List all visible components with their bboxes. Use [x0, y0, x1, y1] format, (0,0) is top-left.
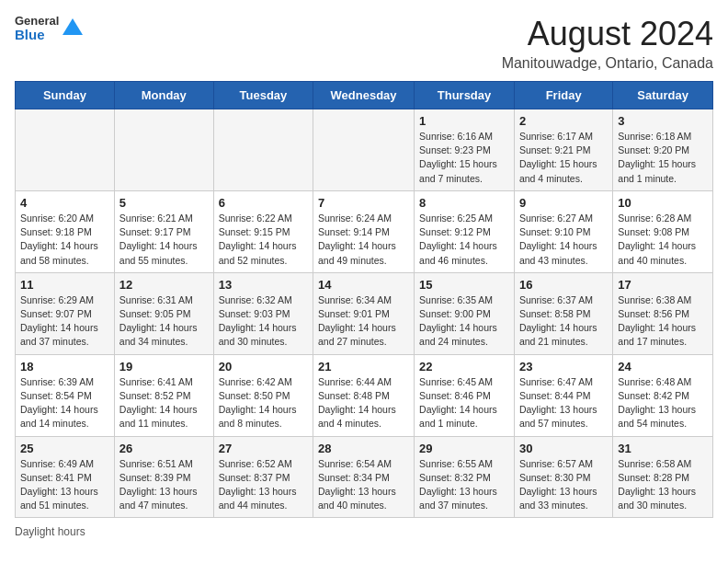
day-info: Sunrise: 6:48 AM Sunset: 8:42 PM Dayligh…	[618, 375, 708, 431]
calendar-cell: 31Sunrise: 6:58 AM Sunset: 8:28 PM Dayli…	[613, 436, 713, 518]
day-info: Sunrise: 6:42 AM Sunset: 8:50 PM Dayligh…	[219, 375, 308, 431]
day-number: 21	[318, 360, 409, 373]
day-info: Sunrise: 6:39 AM Sunset: 8:54 PM Dayligh…	[20, 375, 109, 431]
logo: General Blue	[15, 15, 83, 43]
calendar-cell	[16, 109, 115, 191]
calendar-cell: 18Sunrise: 6:39 AM Sunset: 8:54 PM Dayli…	[16, 354, 115, 436]
calendar-week-row: 1Sunrise: 6:16 AM Sunset: 9:23 PM Daylig…	[16, 109, 713, 191]
calendar-cell: 10Sunrise: 6:28 AM Sunset: 9:08 PM Dayli…	[613, 190, 713, 272]
day-header-friday: Friday	[514, 82, 612, 109]
day-info: Sunrise: 6:47 AM Sunset: 8:44 PM Dayligh…	[519, 375, 608, 431]
day-info: Sunrise: 6:37 AM Sunset: 8:58 PM Dayligh…	[519, 293, 608, 350]
day-info: Sunrise: 6:41 AM Sunset: 8:52 PM Dayligh…	[119, 375, 209, 431]
calendar-cell: 11Sunrise: 6:29 AM Sunset: 9:07 PM Dayli…	[16, 272, 115, 354]
day-number: 10	[618, 196, 708, 210]
calendar-week-row: 25Sunrise: 6:49 AM Sunset: 8:41 PM Dayli…	[16, 436, 713, 518]
daylight-label: Daylight hours	[15, 525, 85, 538]
calendar-cell: 29Sunrise: 6:55 AM Sunset: 8:32 PM Dayli…	[415, 436, 515, 518]
day-info: Sunrise: 6:17 AM Sunset: 9:21 PM Dayligh…	[519, 130, 608, 186]
day-header-sunday: Sunday	[16, 82, 115, 109]
calendar-cell: 7Sunrise: 6:24 AM Sunset: 9:14 PM Daylig…	[313, 190, 415, 272]
day-number: 26	[119, 442, 209, 455]
day-number: 28	[318, 442, 409, 455]
day-info: Sunrise: 6:25 AM Sunset: 9:12 PM Dayligh…	[419, 212, 509, 268]
day-number: 30	[519, 442, 608, 455]
calendar-cell: 4Sunrise: 6:20 AM Sunset: 9:18 PM Daylig…	[16, 190, 115, 272]
calendar-week-row: 4Sunrise: 6:20 AM Sunset: 9:18 PM Daylig…	[16, 190, 713, 272]
day-info: Sunrise: 6:35 AM Sunset: 9:00 PM Dayligh…	[419, 293, 509, 350]
day-number: 16	[519, 278, 608, 292]
day-info: Sunrise: 6:45 AM Sunset: 8:46 PM Dayligh…	[419, 375, 509, 431]
calendar-cell: 15Sunrise: 6:35 AM Sunset: 9:00 PM Dayli…	[415, 272, 515, 354]
day-info: Sunrise: 6:20 AM Sunset: 9:18 PM Dayligh…	[20, 212, 109, 268]
day-info: Sunrise: 6:54 AM Sunset: 8:34 PM Dayligh…	[318, 457, 409, 513]
day-info: Sunrise: 6:38 AM Sunset: 8:56 PM Dayligh…	[618, 293, 708, 350]
calendar-cell: 5Sunrise: 6:21 AM Sunset: 9:17 PM Daylig…	[114, 190, 213, 272]
calendar-cell: 28Sunrise: 6:54 AM Sunset: 8:34 PM Dayli…	[313, 436, 415, 518]
calendar-cell: 26Sunrise: 6:51 AM Sunset: 8:39 PM Dayli…	[114, 436, 213, 518]
day-number: 8	[419, 196, 509, 210]
calendar-cell: 9Sunrise: 6:27 AM Sunset: 9:10 PM Daylig…	[514, 190, 612, 272]
day-number: 12	[119, 278, 209, 292]
day-info: Sunrise: 6:32 AM Sunset: 9:03 PM Dayligh…	[219, 293, 308, 350]
day-info: Sunrise: 6:21 AM Sunset: 9:17 PM Dayligh…	[119, 212, 209, 268]
calendar-table: SundayMondayTuesdayWednesdayThursdayFrid…	[15, 81, 713, 518]
month-title: August 2024	[502, 15, 713, 53]
day-number: 24	[618, 360, 708, 373]
calendar-cell: 1Sunrise: 6:16 AM Sunset: 9:23 PM Daylig…	[415, 109, 515, 191]
logo-triangle-icon	[63, 18, 83, 39]
calendar-cell	[313, 109, 415, 191]
day-info: Sunrise: 6:55 AM Sunset: 8:32 PM Dayligh…	[419, 457, 509, 513]
svg-marker-0	[63, 18, 83, 35]
day-number: 29	[419, 442, 509, 455]
calendar-cell: 20Sunrise: 6:42 AM Sunset: 8:50 PM Dayli…	[213, 354, 313, 436]
calendar-cell: 21Sunrise: 6:44 AM Sunset: 8:48 PM Dayli…	[313, 354, 415, 436]
calendar-header-row: SundayMondayTuesdayWednesdayThursdayFrid…	[16, 82, 713, 109]
day-number: 27	[219, 442, 308, 455]
day-number: 9	[519, 196, 608, 210]
day-header-wednesday: Wednesday	[313, 82, 415, 109]
day-info: Sunrise: 6:29 AM Sunset: 9:07 PM Dayligh…	[20, 293, 109, 350]
day-info: Sunrise: 6:52 AM Sunset: 8:37 PM Dayligh…	[219, 457, 308, 513]
day-info: Sunrise: 6:16 AM Sunset: 9:23 PM Dayligh…	[419, 130, 509, 186]
day-number: 17	[618, 278, 708, 292]
day-number: 25	[20, 442, 109, 455]
day-header-thursday: Thursday	[415, 82, 515, 109]
day-info: Sunrise: 6:58 AM Sunset: 8:28 PM Dayligh…	[618, 457, 708, 513]
day-info: Sunrise: 6:44 AM Sunset: 8:48 PM Dayligh…	[318, 375, 409, 431]
location-subtitle: Manitouwadge, Ontario, Canada	[502, 55, 713, 72]
day-number: 19	[119, 360, 209, 373]
day-info: Sunrise: 6:49 AM Sunset: 8:41 PM Dayligh…	[20, 457, 109, 513]
day-number: 22	[419, 360, 509, 373]
calendar-cell: 2Sunrise: 6:17 AM Sunset: 9:21 PM Daylig…	[514, 109, 612, 191]
calendar-cell: 30Sunrise: 6:57 AM Sunset: 8:30 PM Dayli…	[514, 436, 612, 518]
day-number: 7	[318, 196, 409, 210]
day-number: 4	[20, 196, 109, 210]
day-info: Sunrise: 6:31 AM Sunset: 9:05 PM Dayligh…	[119, 293, 209, 350]
day-info: Sunrise: 6:24 AM Sunset: 9:14 PM Dayligh…	[318, 212, 409, 268]
calendar-cell: 23Sunrise: 6:47 AM Sunset: 8:44 PM Dayli…	[514, 354, 612, 436]
logo-general: General	[15, 15, 59, 28]
day-header-saturday: Saturday	[613, 82, 713, 109]
day-number: 14	[318, 278, 409, 292]
day-number: 3	[618, 114, 708, 128]
day-info: Sunrise: 6:34 AM Sunset: 9:01 PM Dayligh…	[318, 293, 409, 350]
day-number: 31	[618, 442, 708, 455]
calendar-cell: 13Sunrise: 6:32 AM Sunset: 9:03 PM Dayli…	[213, 272, 313, 354]
calendar-cell: 14Sunrise: 6:34 AM Sunset: 9:01 PM Dayli…	[313, 272, 415, 354]
day-header-tuesday: Tuesday	[213, 82, 313, 109]
day-info: Sunrise: 6:57 AM Sunset: 8:30 PM Dayligh…	[519, 457, 608, 513]
calendar-cell: 3Sunrise: 6:18 AM Sunset: 9:20 PM Daylig…	[613, 109, 713, 191]
calendar-cell	[114, 109, 213, 191]
calendar-cell: 17Sunrise: 6:38 AM Sunset: 8:56 PM Dayli…	[613, 272, 713, 354]
calendar-cell: 12Sunrise: 6:31 AM Sunset: 9:05 PM Dayli…	[114, 272, 213, 354]
calendar-cell: 6Sunrise: 6:22 AM Sunset: 9:15 PM Daylig…	[213, 190, 313, 272]
day-number: 5	[119, 196, 209, 210]
calendar-cell: 8Sunrise: 6:25 AM Sunset: 9:12 PM Daylig…	[415, 190, 515, 272]
day-number: 2	[519, 114, 608, 128]
page-header: General Blue August 2024 Manitouwadge, O…	[15, 15, 713, 72]
day-number: 11	[20, 278, 109, 292]
calendar-week-row: 11Sunrise: 6:29 AM Sunset: 9:07 PM Dayli…	[16, 272, 713, 354]
day-number: 15	[419, 278, 509, 292]
calendar-cell: 19Sunrise: 6:41 AM Sunset: 8:52 PM Dayli…	[114, 354, 213, 436]
